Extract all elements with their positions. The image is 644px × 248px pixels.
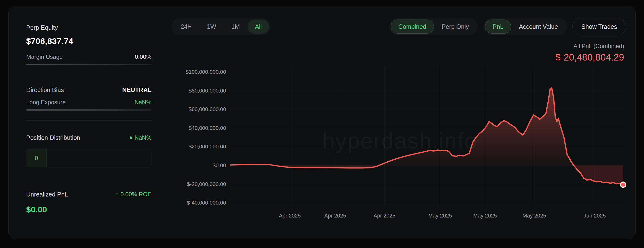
- position-distribution-cell: 0: [26, 149, 47, 167]
- margin-usage-bar: [26, 64, 152, 65]
- unrealized-roe-value: 0.00% ROE: [120, 191, 152, 198]
- chart-header: All PnL (Combined) $-20,480,804.29: [556, 43, 624, 62]
- direction-bias-label: Direction Bias: [26, 86, 64, 93]
- long-exposure-bar: [26, 109, 152, 111]
- y-axis-tick-label: $20,000,000.00: [189, 143, 226, 150]
- pnl-chart[interactable]: [230, 61, 627, 218]
- pnl-chart-svg: [230, 61, 627, 218]
- unrealized-pnl-value: $0.00: [26, 205, 152, 214]
- long-exposure-label: Long Exposure: [26, 99, 66, 106]
- chart-title: All PnL (Combined): [556, 43, 624, 49]
- perp-equity-label: Perp Equity: [26, 25, 152, 31]
- time-range-1w-button[interactable]: 1W: [200, 19, 224, 34]
- sidebar-divider: [26, 74, 152, 74]
- source-toggle-perp-only-button[interactable]: Perp Only: [434, 19, 476, 34]
- position-distribution-bar: 0: [26, 149, 152, 167]
- margin-usage-label: Margin Usage: [26, 54, 63, 60]
- long-exposure-value: NaN%: [134, 99, 152, 106]
- y-axis-tick-label: $40,000,000.00: [189, 125, 226, 131]
- direction-bias-value: NEUTRAL: [122, 86, 152, 93]
- time-range-all-button[interactable]: All: [248, 19, 269, 34]
- status-dot-icon: [130, 136, 132, 139]
- time-range-1m-button[interactable]: 1M: [224, 19, 247, 34]
- source-toggle-combined-button[interactable]: Combined: [391, 19, 434, 34]
- metric-toggle-group: PnL Account Value: [483, 18, 567, 35]
- metric-toggle-account-value-button[interactable]: Account Value: [512, 19, 565, 34]
- y-axis-tick-label: $-20,000,000.00: [187, 181, 226, 187]
- margin-usage-value: 0.00%: [135, 54, 152, 60]
- metric-toggle-pnl-button[interactable]: PnL: [485, 19, 511, 34]
- up-arrow-icon: ↑: [116, 191, 118, 198]
- perp-equity-value: $706,837.74: [26, 37, 152, 45]
- time-range-24h-button[interactable]: 24H: [173, 19, 199, 34]
- show-trades-button[interactable]: Show Trades: [572, 18, 626, 35]
- y-axis-tick-label: $60,000,000.00: [189, 106, 226, 113]
- sidebar-divider: [26, 120, 152, 121]
- y-axis-tick-label: $-40,000,000.00: [187, 200, 226, 206]
- position-distribution-value: NaN%: [134, 134, 152, 141]
- unrealized-pnl-label: Unrealized PnL: [26, 191, 68, 198]
- y-axis-tick-label: $0.00: [213, 162, 226, 169]
- dashboard-card: Perp Equity $706,837.74 Margin Usage 0.0…: [8, 6, 636, 239]
- account-sidebar: Perp Equity $706,837.74 Margin Usage 0.0…: [26, 25, 152, 214]
- source-toggle-group: Combined Perp Only: [389, 18, 478, 35]
- y-axis-tick-label: $80,000,000.00: [189, 88, 226, 94]
- y-axis-tick-label: $100,000,000.00: [186, 69, 226, 75]
- chart-total-pnl-value: $-20,480,804.29: [556, 52, 624, 62]
- time-range-group: 24H 1W 1M All: [172, 18, 271, 35]
- position-distribution-label: Position Distribution: [26, 134, 80, 141]
- chart-controls: Combined Perp Only PnL Account Value Sho…: [389, 18, 626, 35]
